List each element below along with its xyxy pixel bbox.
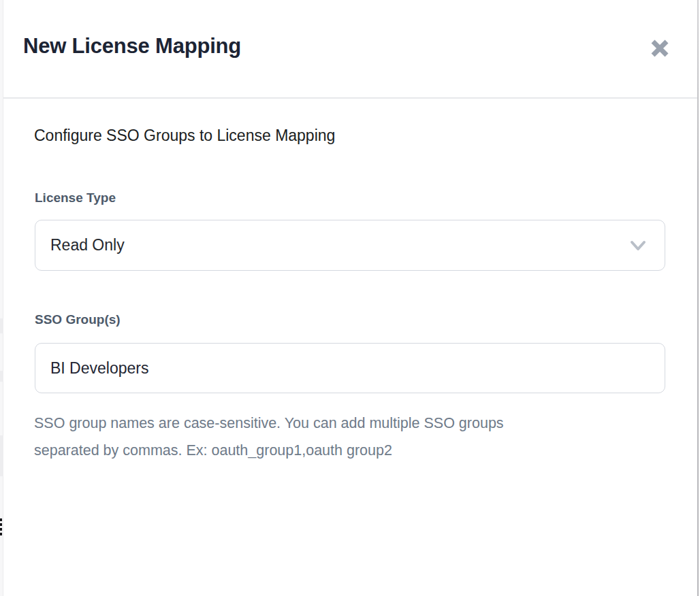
- helper-line-1: SSO group names are case-sensitive. You …: [34, 415, 504, 431]
- new-license-mapping-modal: New License Mapping Configure SSO Groups…: [3, 0, 697, 596]
- list-icon: [0, 518, 2, 539]
- sso-groups-input[interactable]: [35, 343, 665, 393]
- license-type-label: License Type: [35, 191, 116, 205]
- scrollbar[interactable]: [697, 0, 699, 596]
- modal-title: New License Mapping: [23, 34, 241, 59]
- close-icon: [649, 37, 671, 59]
- sso-groups-helper: SSO group names are case-sensitive. You …: [34, 410, 613, 464]
- license-type-selected-value: Read Only: [50, 236, 125, 254]
- helper-line-2: separated by commas. Ex: oauth_group1,oa…: [34, 442, 392, 459]
- close-button[interactable]: [646, 35, 673, 62]
- header-divider: [3, 97, 697, 99]
- section-heading: Configure SSO Groups to License Mapping: [34, 127, 335, 145]
- page-root: New License Mapping Configure SSO Groups…: [0, 0, 700, 596]
- sso-groups-label: SSO Group(s): [35, 312, 121, 327]
- license-type-select[interactable]: Read Only: [35, 220, 665, 271]
- chevron-down-icon: [629, 237, 647, 254]
